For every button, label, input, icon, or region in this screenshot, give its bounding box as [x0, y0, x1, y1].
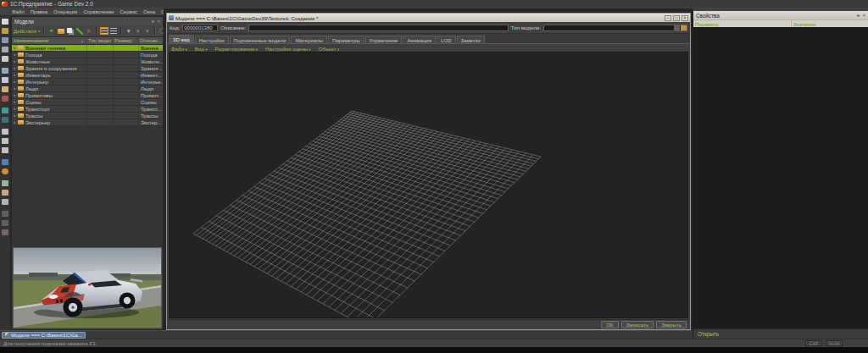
close-button[interactable]: × [682, 15, 688, 21]
print-preview-icon[interactable] [2, 56, 8, 62]
filter-icon[interactable]: ▼ [125, 27, 132, 35]
calc-plus-icon[interactable] [2, 211, 8, 217]
viewport-menu-file[interactable]: Файл [171, 46, 187, 52]
tab-parameters[interactable]: Параметры [328, 36, 364, 43]
expand-icon[interactable]: ▸ [12, 94, 18, 97]
tab-notes[interactable]: Заметки [457, 36, 485, 43]
expand-icon[interactable]: ▸ [12, 80, 18, 84]
save-button[interactable]: Записать [621, 321, 654, 328]
pin-icon[interactable]: ▸ [857, 13, 860, 18]
column-header-name[interactable]: Наименование ▲ [12, 37, 86, 44]
help-circle-icon[interactable] [2, 168, 8, 174]
expand-icon[interactable]: ▸ [12, 60, 18, 63]
expand-icon[interactable]: ▸ [12, 67, 18, 70]
expand-icon[interactable]: ▸ [12, 114, 18, 118]
table-row[interactable]: ▸ Транспорт Трансп... [12, 106, 163, 113]
expand-icon[interactable]: ▸ [12, 53, 18, 57]
close-icon[interactable]: × [157, 19, 160, 24]
add-icon[interactable]: + [47, 27, 55, 35]
menu-operations[interactable]: Операции [53, 9, 77, 14]
tab-animation[interactable]: Анимация [403, 36, 436, 43]
column-header-type[interactable]: Тип модели [86, 37, 113, 44]
column-header-description[interactable]: Описан... [138, 37, 163, 44]
tools-icon[interactable] [2, 229, 8, 235]
menu-windows[interactable]: Окна [143, 9, 155, 14]
delete-icon[interactable]: × [85, 27, 92, 35]
tab-settings[interactable]: Настройки [195, 36, 229, 43]
filter-history-icon[interactable]: ▼ [143, 27, 151, 35]
code-field[interactable] [182, 25, 218, 31]
zoom-in-icon[interactable] [2, 138, 8, 144]
close-form-button[interactable]: Закрыть [656, 321, 687, 328]
choose-button[interactable]: … [674, 25, 680, 30]
window-tab-models[interactable]: Модели === C:\Bases\1C\Ga... [2, 332, 86, 339]
table-row[interactable]: ▸ Интерьер Интерье... [12, 79, 163, 85]
tab-control[interactable]: Управление [365, 36, 403, 43]
table-row[interactable]: ▸ Люди Люди [12, 85, 163, 92]
tab-materials[interactable]: Материалы [291, 36, 327, 43]
table-row[interactable]: ▸ Военная техника Военна... [12, 45, 163, 52]
viewport-menu-object[interactable]: Объект [319, 46, 340, 52]
description-field[interactable] [248, 25, 508, 31]
menu-edit[interactable]: Правка [31, 9, 47, 14]
undo-icon[interactable] [2, 108, 8, 113]
format-icon[interactable] [2, 96, 8, 102]
table-row[interactable]: ▸ Инвентарь Инвент... [12, 72, 163, 79]
print-icon[interactable] [2, 47, 8, 52]
edit-button[interactable] [75, 27, 83, 35]
cut-icon[interactable] [2, 68, 8, 74]
calc-minus-icon[interactable] [2, 220, 8, 226]
maximize-button[interactable]: □ [673, 15, 680, 21]
copy-icon[interactable] [2, 77, 8, 83]
open-folder-icon[interactable] [2, 28, 8, 34]
actions-menu-button[interactable]: Действия [14, 28, 36, 34]
zoom-out-icon[interactable] [2, 147, 8, 153]
new-document-icon[interactable] [2, 19, 8, 25]
expand-icon[interactable]: ▸ [12, 87, 18, 91]
table-row[interactable]: ▸ Примитивы Примит... [12, 92, 163, 99]
copy-button[interactable] [66, 27, 74, 35]
menu-catalogs[interactable]: Справочники [83, 9, 114, 14]
find-icon[interactable] [2, 129, 8, 135]
pin-icon[interactable]: ▸ [152, 19, 154, 24]
add-group-button[interactable] [57, 27, 64, 35]
table-row[interactable]: ▸ Трассы Трассы [12, 113, 163, 119]
model-type-field[interactable] [543, 25, 687, 31]
filter-by-value-icon[interactable]: ▼ [134, 27, 142, 35]
menu-service[interactable]: Сервис [120, 9, 137, 14]
minimize-button[interactable]: – [665, 15, 671, 21]
list-view-button[interactable] [109, 27, 117, 35]
users-icon[interactable] [2, 199, 8, 205]
paste-icon[interactable] [2, 86, 8, 92]
expand-icon[interactable]: ▸ [12, 101, 18, 104]
viewport-menu-edit[interactable]: Редактирование [214, 46, 258, 52]
picture-icon[interactable] [2, 190, 8, 196]
viewport-menu-view[interactable]: Вид [195, 46, 208, 52]
3d-viewport[interactable] [169, 52, 688, 318]
save-icon[interactable] [2, 37, 8, 43]
expand-icon[interactable]: ▸ [12, 74, 18, 77]
globe-icon[interactable] [2, 159, 8, 165]
open-value-button[interactable] [681, 25, 687, 30]
tab-sub-models[interactable]: Подчиненные модели [230, 36, 291, 43]
menu-file[interactable]: Файл [12, 9, 25, 14]
expand-icon[interactable]: ▸ [12, 121, 18, 124]
tab-lod[interactable]: LOD [437, 36, 456, 43]
viewport-menu-scene-settings[interactable]: Настройки сцены [265, 46, 310, 52]
table-row[interactable]: ▸ Животные Животн... [12, 58, 163, 65]
ok-button[interactable]: ОК [601, 321, 618, 328]
hierarchy-view-button[interactable] [100, 27, 108, 35]
table-row[interactable]: ▸ Города Города [12, 52, 163, 58]
expand-icon[interactable]: ▸ [12, 108, 18, 111]
open-button[interactable]: Открыть [698, 331, 719, 337]
expand-icon[interactable]: ▸ [12, 47, 18, 50]
close-icon[interactable]: × [862, 13, 865, 18]
table-row[interactable]: ▸ Экстерьер Экстер... [12, 119, 163, 126]
table-row[interactable]: ▸ Сцены Сцены [12, 99, 163, 106]
table-row[interactable]: ▸ Здания и сооружения Здания ... [12, 65, 163, 72]
redo-icon[interactable] [2, 117, 8, 123]
tab-3d-view[interactable]: 3D вид [169, 35, 194, 43]
column-header-value[interactable]: Значение [792, 22, 868, 27]
column-header-size[interactable]: Размер [113, 37, 138, 44]
table-icon[interactable] [2, 180, 8, 186]
